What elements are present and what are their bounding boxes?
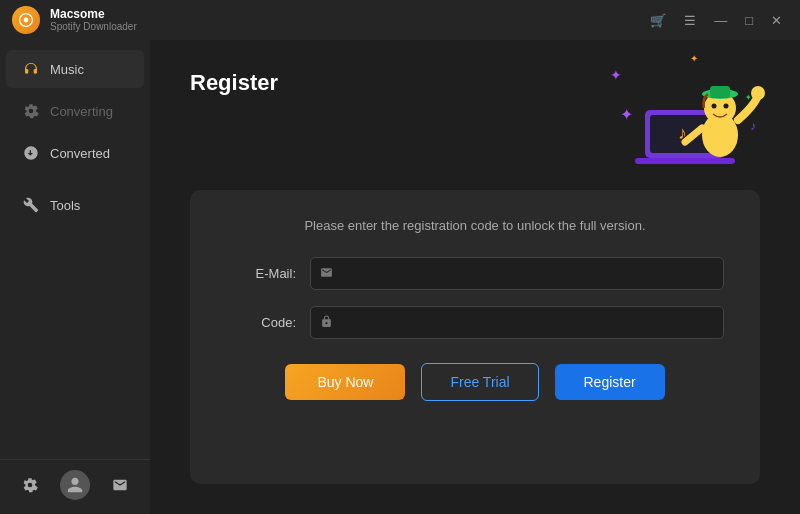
maximize-button[interactable]: □ (739, 11, 759, 30)
sidebar-item-converted[interactable]: Converted (6, 134, 144, 172)
svg-point-14 (724, 104, 729, 109)
download-circle-icon (22, 144, 40, 162)
register-button[interactable]: Register (555, 364, 665, 400)
sidebar-bottom (0, 459, 150, 510)
sidebar-item-music-label: Music (50, 62, 84, 77)
menu-icon[interactable]: ☰ (678, 11, 702, 30)
minimize-button[interactable]: — (708, 11, 733, 30)
app-name: Macsome (50, 7, 137, 21)
cart-icon[interactable]: 🛒 (644, 11, 672, 30)
email-icon[interactable] (105, 470, 135, 500)
settings-icon[interactable] (15, 470, 45, 500)
app-title-group: Macsome Spotify Downloader (50, 7, 137, 33)
code-input[interactable] (310, 306, 724, 339)
form-description: Please enter the registration code to un… (226, 218, 724, 233)
sidebar: Music Converting Converted (0, 40, 150, 514)
content-area: Register ✦ ✦ ✦ ♪ (150, 40, 800, 514)
sidebar-item-converted-label: Converted (50, 146, 110, 161)
free-trial-button[interactable]: Free Trial (421, 363, 538, 401)
sidebar-item-music[interactable]: Music (6, 50, 144, 88)
email-input-wrapper (310, 257, 724, 290)
tools-icon (22, 196, 40, 214)
svg-text:✦: ✦ (620, 106, 633, 123)
avatar[interactable] (60, 470, 90, 500)
gear-icon (22, 102, 40, 120)
form-card: Please enter the registration code to un… (190, 190, 760, 484)
svg-rect-12 (710, 86, 730, 98)
svg-text:♪: ♪ (750, 119, 756, 133)
code-label: Code: (226, 315, 296, 330)
buttons-row: Buy Now Free Trial Register (226, 363, 724, 401)
svg-point-13 (712, 104, 717, 109)
svg-point-1 (24, 18, 29, 23)
code-input-wrapper (310, 306, 724, 339)
email-label: E-Mail: (226, 266, 296, 281)
buy-now-button[interactable]: Buy Now (285, 364, 405, 400)
svg-text:✦: ✦ (610, 67, 622, 83)
email-field-icon (320, 266, 333, 282)
code-row: Code: (226, 306, 724, 339)
register-illustration: ✦ ✦ ✦ ♪ (590, 50, 770, 170)
app-subtitle: Spotify Downloader (50, 21, 137, 33)
title-bar: Macsome Spotify Downloader 🛒 ☰ — □ ✕ (0, 0, 800, 40)
svg-point-15 (751, 86, 765, 100)
email-input[interactable] (310, 257, 724, 290)
svg-rect-8 (635, 158, 735, 164)
register-panel: Register ✦ ✦ ✦ ♪ (150, 40, 800, 514)
sidebar-item-converting[interactable]: Converting (6, 92, 144, 130)
sidebar-item-converting-label: Converting (50, 104, 113, 119)
code-field-icon (320, 315, 333, 331)
sidebar-item-tools[interactable]: Tools (6, 186, 144, 224)
register-header: Register ✦ ✦ ✦ ♪ (190, 70, 760, 170)
window-controls: 🛒 ☰ — □ ✕ (644, 11, 788, 30)
app-logo (12, 6, 40, 34)
main-layout: Music Converting Converted (0, 40, 800, 514)
register-title: Register (190, 70, 278, 96)
sidebar-item-tools-label: Tools (50, 198, 80, 213)
headphones-icon (22, 60, 40, 78)
close-button[interactable]: ✕ (765, 11, 788, 30)
email-row: E-Mail: (226, 257, 724, 290)
svg-text:✦: ✦ (690, 53, 698, 64)
